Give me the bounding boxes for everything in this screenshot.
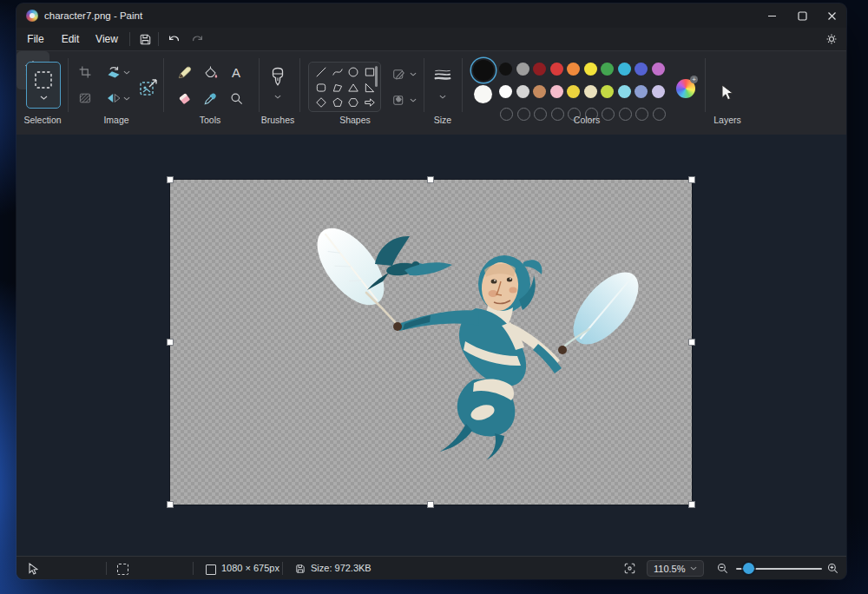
- maximize-button[interactable]: [786, 3, 819, 28]
- selection-handle[interactable]: [689, 502, 694, 507]
- menu-file[interactable]: File: [22, 30, 49, 48]
- pencil-tool-button[interactable]: [174, 63, 194, 82]
- selection-handle[interactable]: [428, 502, 433, 507]
- brushes-button[interactable]: [267, 66, 288, 89]
- selection-handle[interactable]: [168, 177, 173, 182]
- palette-color[interactable]: [516, 63, 529, 76]
- cursor-position-icon: [29, 563, 38, 575]
- selection-handle[interactable]: [689, 177, 694, 182]
- shape-hexagon[interactable]: [347, 96, 359, 109]
- resize-button[interactable]: [136, 76, 161, 100]
- shape-line[interactable]: [315, 66, 327, 78]
- palette-color[interactable]: [550, 63, 563, 76]
- chevron-down-icon: [410, 72, 417, 76]
- size-dropdown[interactable]: [438, 91, 447, 102]
- color2-swatch[interactable]: [474, 85, 492, 103]
- palette-color[interactable]: [499, 63, 512, 76]
- canvas[interactable]: [170, 180, 692, 505]
- size-button[interactable]: [431, 64, 454, 87]
- rotate-dropdown[interactable]: [122, 65, 131, 79]
- shape-fill-dropdown[interactable]: [409, 94, 418, 106]
- palette-color[interactable]: [533, 85, 546, 98]
- zoom-out-button[interactable]: [714, 561, 730, 576]
- color1-swatch[interactable]: [473, 60, 494, 81]
- resize-icon: [138, 77, 159, 98]
- rotate-button[interactable]: [104, 63, 123, 82]
- selection-handle[interactable]: [689, 340, 694, 345]
- redo-button[interactable]: [189, 31, 207, 47]
- ribbon-toolbar: Selection: [16, 50, 846, 136]
- shape-outline-dropdown[interactable]: [409, 68, 418, 80]
- selection-handle[interactable]: [428, 177, 433, 182]
- text-tool-button[interactable]: A: [227, 63, 246, 82]
- shape-fill-button[interactable]: [388, 90, 409, 109]
- shape-diamond[interactable]: [315, 96, 327, 109]
- pencil-icon: [177, 65, 192, 80]
- palette-empty-slot[interactable]: [500, 108, 513, 121]
- palette-color[interactable]: [652, 85, 665, 98]
- palette-empty-slot[interactable]: [534, 108, 547, 121]
- palette-color[interactable]: [618, 63, 631, 76]
- menu-view[interactable]: View: [91, 30, 122, 48]
- palette-color[interactable]: [635, 63, 648, 76]
- shape-rectangle[interactable]: [364, 66, 376, 78]
- ribbon-divider: [259, 58, 260, 112]
- palette-color[interactable]: [601, 63, 614, 76]
- zoom-out-icon: [716, 562, 729, 575]
- shape-curve[interactable]: [332, 66, 344, 78]
- text-tool-glyph: A: [232, 66, 240, 79]
- close-button[interactable]: [815, 3, 846, 28]
- palette-empty-slot[interactable]: [619, 108, 632, 121]
- palette-color[interactable]: [516, 85, 529, 98]
- palette-empty-slot[interactable]: [653, 108, 666, 121]
- shape-right-triangle[interactable]: [364, 82, 376, 94]
- fit-to-screen-button[interactable]: [621, 561, 638, 576]
- palette-color[interactable]: [550, 85, 563, 98]
- palette-color[interactable]: [635, 85, 648, 98]
- magnifier-tool-button[interactable]: [227, 89, 246, 108]
- crop-button[interactable]: [76, 63, 95, 82]
- selection-handle[interactable]: [168, 502, 173, 507]
- fill-tool-button[interactable]: [201, 63, 220, 82]
- shape-rounded-rectangle[interactable]: [315, 82, 327, 94]
- palette-empty-slot[interactable]: [635, 108, 648, 121]
- shape-triangle[interactable]: [347, 82, 359, 94]
- palette-color[interactable]: [533, 63, 546, 76]
- settings-button[interactable]: [823, 30, 840, 48]
- palette-color[interactable]: [584, 63, 597, 76]
- save-icon: [139, 33, 152, 46]
- flip-button[interactable]: [104, 89, 123, 108]
- minimize-button[interactable]: [755, 3, 788, 28]
- eraser-tool-button[interactable]: [174, 89, 194, 108]
- shape-outline-button[interactable]: [388, 64, 409, 83]
- pattern-select-button[interactable]: [76, 89, 95, 108]
- palette-color[interactable]: [567, 85, 580, 98]
- shape-polygon[interactable]: [332, 82, 344, 94]
- palette-color[interactable]: [618, 85, 631, 98]
- color-wheel-button[interactable]: +: [676, 79, 695, 98]
- zoom-in-button[interactable]: [825, 561, 840, 576]
- menu-edit[interactable]: Edit: [56, 30, 84, 48]
- selection-tool-button[interactable]: [26, 62, 61, 109]
- palette-color[interactable]: [499, 85, 512, 98]
- palette-empty-slot[interactable]: [517, 108, 530, 121]
- mouse-cursor: [721, 84, 734, 102]
- flip-dropdown[interactable]: [122, 91, 131, 105]
- shape-oval[interactable]: [347, 66, 359, 78]
- palette-color[interactable]: [567, 63, 580, 76]
- color-picker-tool-button[interactable]: [201, 89, 220, 108]
- palette-color[interactable]: [584, 85, 597, 98]
- brushes-dropdown[interactable]: [273, 91, 282, 102]
- status-bar: 1080 × 675px Size: 972.3KB 110.5%: [16, 556, 846, 579]
- shapes-scrollbar[interactable]: [375, 66, 378, 87]
- save-button[interactable]: [136, 31, 154, 47]
- palette-color[interactable]: [652, 63, 665, 76]
- selection-handle[interactable]: [168, 340, 173, 345]
- zoom-level-dropdown[interactable]: 110.5%: [647, 560, 704, 577]
- undo-button[interactable]: [165, 31, 182, 47]
- zoom-slider-thumb[interactable]: [743, 563, 754, 574]
- shape-pentagon[interactable]: [332, 96, 344, 109]
- palette-color[interactable]: [601, 85, 614, 98]
- canvas-size-icon: [206, 564, 216, 575]
- shape-arrow-right[interactable]: [364, 96, 376, 109]
